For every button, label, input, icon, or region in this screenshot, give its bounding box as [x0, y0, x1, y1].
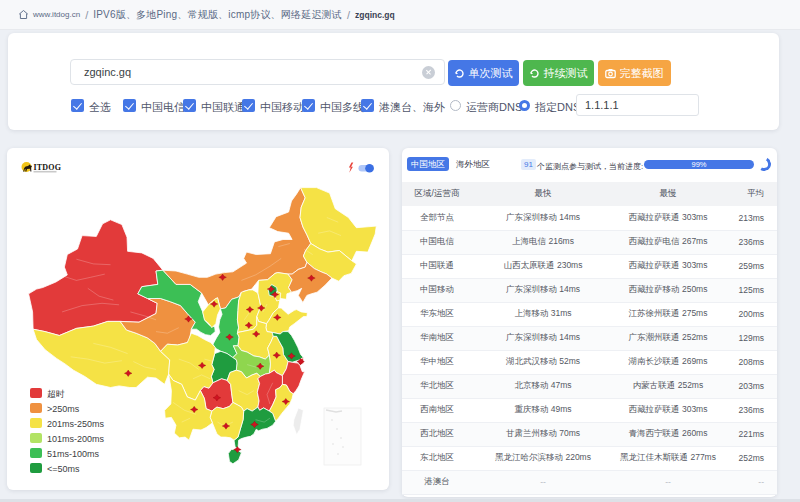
svg-text:ITDOG: ITDOG [34, 163, 62, 172]
